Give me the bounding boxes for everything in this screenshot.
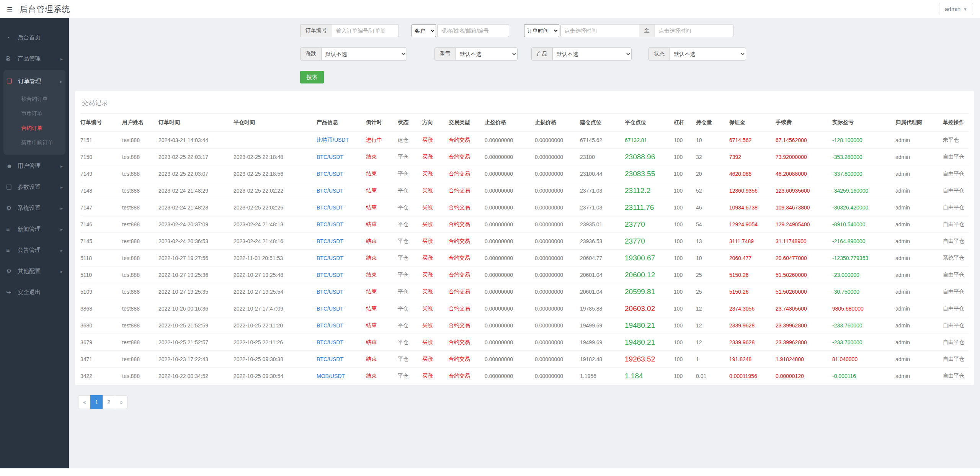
pagination-next[interactable]: » <box>115 395 127 409</box>
cell-margin: 3111.7489 <box>729 233 776 250</box>
cell-direction: 买涨 <box>422 351 449 368</box>
cell-margin: 2060.477 <box>729 250 776 267</box>
search-button[interactable]: 搜索 <box>300 71 324 83</box>
product-link[interactable]: BTC/USDT <box>317 199 366 216</box>
customer-type-select[interactable]: 客户 <box>412 24 436 37</box>
cell-control: 自由平仓 <box>943 368 969 384</box>
sidebar-subitem-seconds-contract-orders[interactable]: 秒合约订单 <box>3 92 65 106</box>
cell-lever: 100 <box>674 149 696 165</box>
cell-control: 未平仓 <box>943 132 969 149</box>
cell-sl: 0.00000000 <box>535 182 580 199</box>
pagination-page-2[interactable]: 2 <box>103 395 115 409</box>
cell-open_price: 23100 <box>580 149 625 165</box>
time-type-select[interactable]: 订单时间 <box>524 24 559 37</box>
cell-tp: 0.00000000 <box>485 300 535 317</box>
cell-status: 平仓 <box>398 199 422 216</box>
cell-close_time: 2022-10-27 19:25:54 <box>234 283 317 300</box>
column-header-17: 实际盈亏 <box>832 114 895 132</box>
sidebar-item-news[interactable]: ≡新闻管理▸ <box>0 219 69 240</box>
cell-open_price: 19499.69 <box>580 317 625 334</box>
cell-direction: 买涨 <box>422 182 449 199</box>
chevron-right-icon: ▸ <box>60 56 63 62</box>
cell-open_price: 23100.44 <box>580 165 625 182</box>
cell-tp: 0.00000000 <box>485 250 535 267</box>
cell-sl: 0.00000000 <box>535 317 580 334</box>
sidebar-item-users[interactable]: ☻用户管理▸ <box>0 155 69 177</box>
file-icon: ❏ <box>6 183 18 191</box>
cell-tp: 0.00000000 <box>485 334 535 351</box>
cell-open_time: 2023-02-24 20:36:53 <box>158 233 234 250</box>
customer-input[interactable] <box>437 24 509 37</box>
sidebar-subitem-spot-orders[interactable]: 币币订单 <box>3 106 65 121</box>
column-header-14: 持仓量 <box>696 114 729 132</box>
hamburger-menu-icon[interactable]: ≡ <box>7 4 13 14</box>
table-row: 7148test8882023-02-24 21:48:292023-02-25… <box>80 182 969 199</box>
cell-type: 合约交易 <box>449 283 485 300</box>
sidebar-group-orders: ❐订单管理▸秒合约订单币币订单合约订单新币申购订单 <box>3 70 65 155</box>
product-link[interactable]: BTC/USDT <box>317 233 366 250</box>
sidebar-item-notices[interactable]: ≡公告管理▸ <box>0 240 69 261</box>
product-link[interactable]: BTC/USDT <box>317 267 366 283</box>
sidebar-subitem-contract-orders[interactable]: 合约订单 <box>3 121 65 136</box>
cell-open_price: 1.1956 <box>580 368 625 384</box>
sidebar-item-params[interactable]: ❏参数设置▸ <box>0 177 69 198</box>
product-link[interactable]: BTC/USDT <box>317 317 366 334</box>
cell-sl: 0.00000000 <box>535 149 580 165</box>
product-link[interactable]: MOB/USDT <box>317 368 366 384</box>
product-link[interactable]: BTC/USDT <box>317 250 366 267</box>
cell-countdown: 结束 <box>366 182 398 199</box>
cell-margin: 0.00011956 <box>729 368 776 384</box>
sidebar-item-orders[interactable]: ❐订单管理▸ <box>3 71 65 92</box>
product-link[interactable]: BTC/USDT <box>317 165 366 182</box>
cell-direction: 买涨 <box>422 368 449 384</box>
cell-fee: 23.39962800 <box>776 334 832 351</box>
cell-status: 平仓 <box>398 250 422 267</box>
product-link[interactable]: BTC/USDT <box>317 149 366 165</box>
sidebar-item-home[interactable]: ◔后台首页 <box>0 27 69 48</box>
pagination-prev[interactable]: « <box>78 395 91 409</box>
product-link[interactable]: BTC/USDT <box>317 182 366 199</box>
sidebar-item-logout[interactable]: ↪安全退出 <box>0 282 69 303</box>
sidebar-subitem-new-coin-orders[interactable]: 新币申购订单 <box>3 136 65 150</box>
sidebar-item-system[interactable]: ⚙系统设置▸ <box>0 198 69 219</box>
product-link[interactable]: BTC/USDT <box>317 334 366 351</box>
cell-fee: 67.14562000 <box>776 132 832 149</box>
cell-user: test888 <box>122 267 158 283</box>
cell-pnl: -23.000000 <box>832 267 895 283</box>
product-link[interactable]: BTC/USDT <box>317 351 366 368</box>
cell-amount: 10 <box>696 250 729 267</box>
product-link[interactable]: BTC/USDT <box>317 216 366 233</box>
product-select[interactable]: 默认不选 <box>552 47 632 61</box>
cell-margin: 2374.3056 <box>729 300 776 317</box>
pnl-select[interactable]: 默认不选 <box>456 47 518 61</box>
cell-agent: admin <box>895 165 943 182</box>
product-link[interactable]: BTC/USDT <box>317 300 366 317</box>
cell-close_time: 2023-02-25 22:02:22 <box>234 182 317 199</box>
cell-margin: 4620.088 <box>729 165 776 182</box>
updown-select[interactable]: 默认不选 <box>321 47 407 61</box>
sidebar-item-products[interactable]: Ƀ产品管理▸ <box>0 48 69 69</box>
status-select[interactable]: 默认不选 <box>670 47 746 61</box>
user-dropdown[interactable]: admin ▼ <box>939 3 973 15</box>
sidebar-item-label: 系统设置 <box>18 204 41 212</box>
order-no-input[interactable] <box>332 24 399 37</box>
cell-fee: 0.00000120 <box>776 368 832 384</box>
cell-open_time: 2024-03-21 14:03:44 <box>158 132 234 149</box>
cell-amount: 10 <box>696 132 729 149</box>
product-link[interactable]: 比特币/USDT <box>317 132 366 149</box>
cell-pnl: 9805.680000 <box>832 300 895 317</box>
time-from-input[interactable] <box>560 24 639 37</box>
chevron-right-icon: ▸ <box>60 185 63 190</box>
cell-user: test888 <box>122 334 158 351</box>
cell-open_price: 20604.77 <box>580 250 625 267</box>
cell-open_time: 2023-02-25 22:03:07 <box>158 165 234 182</box>
cell-pnl: -30.750000 <box>832 283 895 300</box>
product-link[interactable]: BTC/USDT <box>317 283 366 300</box>
sidebar-item-label: 新闻管理 <box>18 226 41 233</box>
chevron-right-icon: ▸ <box>60 227 63 232</box>
pagination-page-1[interactable]: 1 <box>90 395 103 409</box>
cell-pnl: -12350.779353 <box>832 250 895 267</box>
time-to-input[interactable] <box>655 24 733 37</box>
sidebar-item-other[interactable]: ⚙其他配置▸ <box>0 261 69 282</box>
table-row: 3679test8882022-10-25 21:52:572022-10-25… <box>80 334 969 351</box>
